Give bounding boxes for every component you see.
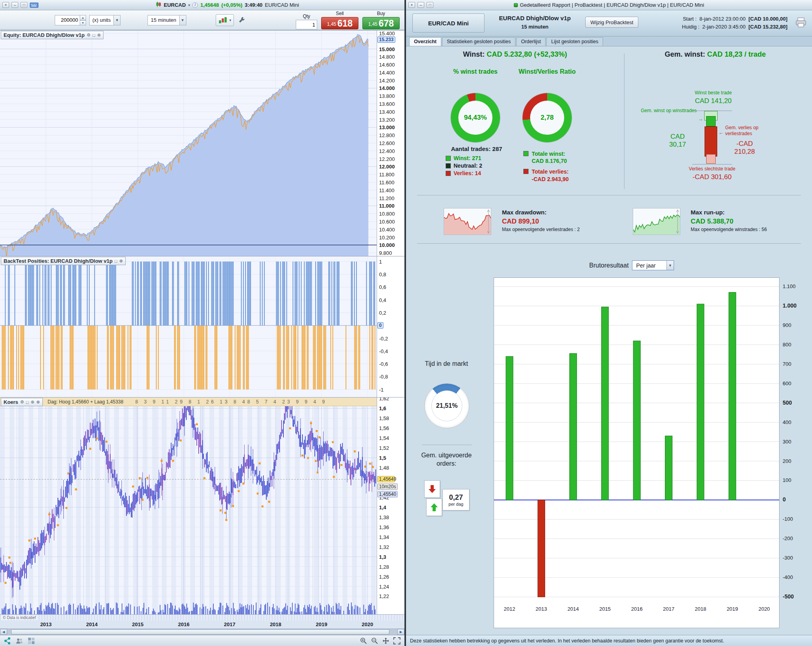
keyboard-icon[interactable] <box>30 1 38 10</box>
axis-tick: -0,6 <box>379 361 388 367</box>
avg-loss-label: Gem. verlies op verliestrades <box>725 125 785 137</box>
detach-panel-icon[interactable]: □ <box>115 259 117 264</box>
period-select-caret[interactable]: ▼ <box>666 261 674 270</box>
units-select[interactable]: (x) units ▼ <box>89 15 121 25</box>
fullscreen-icon[interactable] <box>393 636 401 645</box>
ratio-donut: 2,78 <box>523 93 572 142</box>
close-panel-icon[interactable]: ⊗ <box>36 399 40 405</box>
profit-headline: Winst: CAD 5.232,80 (+52,33%) <box>406 50 624 59</box>
positions-panel-title: BackTest Posities: EURCAD Dhigh/Dlow v1p <box>4 258 113 264</box>
left-titlebar: × – □ EURCAD ▾ i 1,45648 (+0,05%) 3:49:4… <box>0 0 404 10</box>
chart-style-button[interactable]: ▾ <box>216 14 234 26</box>
settings-gear-icon[interactable]: ⚙ <box>20 399 24 405</box>
close-panel-icon[interactable]: ⊗ <box>97 32 101 38</box>
clock-label: 3:49:40 <box>245 2 262 8</box>
scroll-right-button[interactable]: ▶ <box>397 629 404 635</box>
detach-panel-icon[interactable]: □ <box>92 33 95 38</box>
minimize-window-icon[interactable]: – <box>417 2 424 8</box>
symbol-label[interactable]: EURCAD <box>164 2 186 8</box>
axis-tick: -1 <box>379 386 384 392</box>
axis-tick: 10.400 <box>379 226 395 232</box>
report-content: Winst: CAD 5.232,80 (+52,33%) Gem. winst… <box>406 46 812 635</box>
equity-plot[interactable] <box>0 31 377 256</box>
tab-statistieken-gesloten-posities[interactable]: Statistieken gesloten posities <box>442 37 515 46</box>
share-icon[interactable] <box>3 636 12 645</box>
timeframe-select[interactable]: 15 minuten ▼ <box>147 15 186 25</box>
positions-plot[interactable] <box>0 256 377 397</box>
bar-year-label: 2019 <box>723 606 742 612</box>
close-panel-icon[interactable]: ⊗ <box>119 258 123 264</box>
axis-tick: 1,6 <box>379 405 386 411</box>
wrench-icon[interactable] <box>237 16 246 25</box>
scroll-left-button[interactable]: ◀ <box>0 629 7 635</box>
quantity-stepper[interactable]: ▲▼ <box>55 15 86 25</box>
symbol-dropdown-caret[interactable]: ▾ <box>188 3 190 7</box>
maximize-window-icon[interactable]: □ <box>21 2 27 8</box>
equity-panel: Equity: EURCAD Dhigh/Dlow v1p ⚙ □ ⊗ 15.2… <box>0 30 404 256</box>
axis-tick: 1,32 <box>379 544 389 550</box>
bar-axis-tick: 900 <box>783 322 791 328</box>
positions-scale[interactable]: 0 10,80,60,40,2-0,2-0,4-0,6-0,8-1 <box>377 256 404 397</box>
price-plot[interactable]: Dag: Hoog 1,45660 + Laag 1,45338 8 3 9 1… <box>0 398 377 614</box>
axis-tick: 1,3 <box>379 554 386 560</box>
workspace-grid-icon[interactable] <box>27 636 36 645</box>
info-icon[interactable]: i <box>192 2 198 8</box>
axis-tick: 1,36 <box>379 524 389 530</box>
axis-tick: 1,26 <box>379 573 389 579</box>
equity-scale[interactable]: 15.233 15.40015.00014.80014.60014.40014.… <box>377 31 404 256</box>
settings-gear-icon[interactable]: ⚙ <box>86 32 90 38</box>
sell-button[interactable]: 1,45 618 <box>321 17 358 29</box>
report-tabs: Overzicht Statistieken gesloten posities… <box>406 36 812 46</box>
qty-input[interactable] <box>296 20 317 29</box>
axis-tick: 0,6 <box>379 284 386 290</box>
bar-axis-tick: 0 <box>783 496 786 503</box>
buy-button[interactable]: 1,45 678 <box>362 17 400 29</box>
qty-label: Qty <box>303 13 310 19</box>
contacts-icon[interactable] <box>15 636 24 645</box>
price-panel-tab[interactable]: Koers ⚙ □ ⊕ ⊗ <box>1 398 43 406</box>
year-label: 2017 <box>221 621 238 627</box>
best-trade-value: CAD 141,20 <box>674 97 753 105</box>
detach-panel-icon[interactable]: □ <box>26 400 29 405</box>
timeframe-select-caret[interactable]: ▼ <box>179 15 186 25</box>
axis-tick: 1,54 <box>379 435 389 441</box>
price-scale[interactable]: 1,45649 10m20s 1,45540 1,621,61,581,561,… <box>377 398 404 614</box>
close-window-icon[interactable]: × <box>408 2 415 8</box>
print-icon[interactable] <box>795 17 806 29</box>
period-select[interactable]: Per jaar ▼ <box>632 260 674 270</box>
equity-panel-tab[interactable]: Equity: EURCAD Dhigh/Dlow v1p ⚙ □ ⊗ <box>1 31 103 39</box>
years-row: 20132014201520162017201820192020 <box>0 621 404 629</box>
pan-icon[interactable] <box>381 636 390 645</box>
tab-overzicht[interactable]: Overzicht <box>409 37 441 46</box>
minimize-window-icon[interactable]: – <box>11 2 18 8</box>
edit-probacktest-button[interactable]: Wijzig ProBacktest <box>585 17 638 28</box>
scrollbar-thumb[interactable] <box>11 629 389 635</box>
sidebar-divider <box>422 445 472 445</box>
bars-plot[interactable]: 201220132014201520162017201820192020 <box>494 277 779 628</box>
tab-orderlijst[interactable]: Orderlijst <box>516 37 546 46</box>
worst-trade-label: Verlies slechtste trade <box>672 166 752 172</box>
scrollbar-track[interactable] <box>7 629 397 635</box>
axis-tick: 0,8 <box>379 271 386 277</box>
bar-axis-tick: 300 <box>783 438 791 444</box>
maximize-window-icon[interactable]: □ <box>427 2 433 8</box>
positions-panel-tab[interactable]: BackTest Posities: EURCAD Dhigh/Dlow v1p… <box>1 257 126 265</box>
avg-profit-headline: Gem. winst: CAD 18,23 / trade <box>628 50 802 59</box>
price-panel: Koers ⚙ □ ⊕ ⊗ Dag: Hoog 1,45660 + Laag 1… <box>0 397 404 614</box>
axis-tick: 14.200 <box>379 77 395 83</box>
zoom-out-icon[interactable] <box>370 636 379 645</box>
account-tab[interactable]: EUR/CAD Mini <box>412 13 485 32</box>
tab-lijst-gesloten-posities[interactable]: Lijst gesloten posities <box>546 37 603 46</box>
horizontal-scrollbar[interactable]: ◀ ▶ <box>0 629 404 635</box>
axis-tick: 13.200 <box>379 117 395 122</box>
axis-tick: 1,22 <box>379 593 389 599</box>
add-indicator-icon[interactable]: ⊕ <box>31 399 34 405</box>
close-window-icon[interactable]: × <box>2 2 9 8</box>
chart-style-caret[interactable]: ▾ <box>230 18 232 22</box>
axis-tick: 11.000 <box>379 203 395 209</box>
quantity-spinner[interactable]: ▲▼ <box>80 15 86 25</box>
zoom-in-icon[interactable] <box>359 636 368 645</box>
backtest-range-info: Start : 8-jan-2012 23:00:00 [CAD 10.000,… <box>682 15 787 31</box>
units-select-caret[interactable]: ▼ <box>113 15 120 25</box>
quantity-input[interactable] <box>55 15 80 25</box>
